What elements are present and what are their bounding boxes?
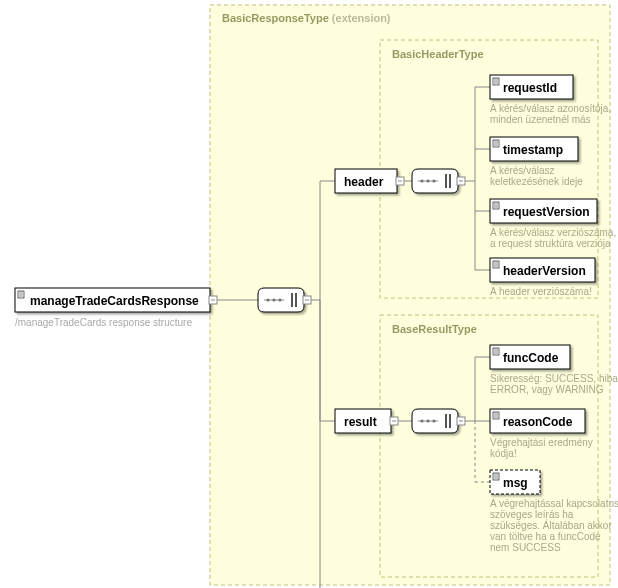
svg-text:A kérés/válasz verziószáma,a r: A kérés/válasz verziószáma,a request str…: [490, 227, 616, 249]
requestId-node: requestId: [490, 75, 573, 99]
header-node: header: [335, 169, 404, 193]
svg-text:headerVersion: headerVersion: [503, 264, 586, 278]
root-node: manageTradeCardsResponse: [15, 288, 217, 312]
svg-text:funcCode: funcCode: [503, 351, 559, 365]
msg-node: msg: [490, 470, 540, 494]
timestamp-node: timestamp: [490, 137, 578, 161]
header-type-label: BasicHeaderType: [392, 48, 484, 60]
svg-text:requestVersion: requestVersion: [503, 205, 590, 219]
svg-text:msg: msg: [503, 476, 528, 490]
svg-text:Sikeresség: SUCCESS, hibaERROR: Sikeresség: SUCCESS, hibaERROR, vagy WAR…: [490, 373, 618, 395]
root-desc: /manageTradeCards response structure: [15, 317, 192, 328]
reasonCode-node: reasonCode: [490, 409, 585, 433]
svg-rect-17: [291, 293, 293, 307]
extension-type: BasicResponseType: [222, 12, 329, 24]
svg-rect-83: [445, 414, 447, 428]
svg-rect-36: [449, 174, 451, 188]
result-node: result: [335, 409, 398, 433]
root-label: manageTradeCardsResponse: [30, 294, 199, 308]
svg-rect-84: [449, 414, 451, 428]
svg-rect-35: [445, 174, 447, 188]
result-type-label: BaseResultType: [392, 323, 477, 335]
funcCode-node: funcCode: [490, 345, 570, 369]
main-sequence: [258, 288, 311, 312]
svg-text:BasicResponseType (extension): BasicResponseType (extension): [222, 12, 391, 24]
requestVersion-node: requestVersion: [490, 199, 597, 223]
svg-text:A header verziószáma!: A header verziószáma!: [490, 286, 592, 297]
extension-suffix: (extension): [332, 12, 391, 24]
svg-text:timestamp: timestamp: [503, 143, 563, 157]
headerVersion-node: headerVersion: [490, 258, 595, 282]
svg-text:result: result: [344, 415, 377, 429]
header-sequence: [412, 169, 465, 193]
svg-text:requestId: requestId: [503, 81, 557, 95]
svg-text:reasonCode: reasonCode: [503, 415, 573, 429]
svg-rect-18: [295, 293, 297, 307]
result-sequence: [412, 409, 465, 433]
svg-text:header: header: [344, 175, 384, 189]
